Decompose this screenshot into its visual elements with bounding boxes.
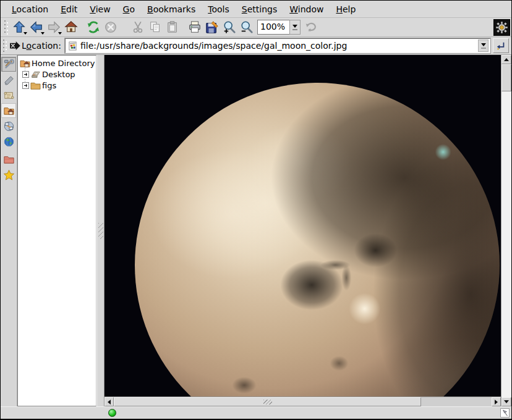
bookmark-ribbon-icon — [3, 74, 15, 86]
zoom-level-value[interactable]: 100% — [257, 20, 289, 35]
zoom-level-combo[interactable]: 100% — [257, 20, 301, 35]
folder-icon — [30, 81, 41, 90]
vertical-scroll-track[interactable] — [501, 91, 511, 397]
sidebar-bookmark-button[interactable] — [1, 72, 16, 87]
main-content: Home Directory Desktop figs — [1, 55, 511, 406]
configure-icon — [3, 59, 15, 70]
web-globe-icon — [3, 136, 15, 148]
paste-icon — [166, 20, 179, 34]
sidebar-home-button[interactable] — [1, 103, 16, 118]
arrow-up-icon — [504, 58, 509, 61]
home-button[interactable] — [62, 19, 80, 36]
expand-plus-icon[interactable] — [22, 71, 29, 78]
vertical-scroll-thumb[interactable] — [501, 64, 511, 91]
desktop-icon — [30, 70, 41, 79]
print-button[interactable] — [186, 19, 203, 36]
forward-button[interactable] — [45, 19, 62, 36]
save-as-button[interactable] — [203, 19, 221, 36]
back-dropdown-arrow[interactable] — [41, 32, 45, 35]
vertical-scrollbar[interactable] — [501, 55, 511, 406]
tree-item-desktop[interactable]: Desktop — [20, 69, 96, 80]
menu-bar: Location Edit View Go Bookmarks Tools Se… — [1, 1, 511, 18]
tree-item-figs[interactable]: figs — [20, 80, 96, 91]
rotate-button[interactable] — [302, 19, 320, 36]
status-led-indicator — [108, 409, 116, 417]
history-scroll-icon — [3, 90, 15, 101]
print-icon — [188, 20, 202, 34]
horizontal-scrollbar[interactable] — [105, 397, 501, 406]
scroll-down-button[interactable] — [501, 397, 511, 406]
folder-tree-panel: Home Directory Desktop figs — [17, 55, 96, 406]
tree-item-home-directory[interactable]: Home Directory — [20, 57, 96, 69]
zoom-level-dropdown[interactable] — [289, 20, 301, 35]
toolbar-grip[interactable] — [4, 20, 9, 35]
arrow-right-icon — [495, 400, 498, 405]
image-viewport — [105, 55, 501, 397]
image-view-column — [105, 55, 501, 406]
konqueror-throbber[interactable] — [493, 19, 510, 36]
horizontal-scroll-track[interactable] — [421, 397, 492, 406]
location-label: Location: — [22, 41, 61, 51]
view-indicator-button[interactable] — [500, 408, 510, 418]
menu-settings[interactable]: Settings — [236, 2, 283, 17]
sidebar-history-button[interactable] — [1, 88, 16, 103]
menu-tools[interactable]: Tools — [202, 2, 236, 17]
splitter-grip-icon — [98, 223, 103, 239]
home-icon — [64, 20, 78, 34]
clear-location-icon[interactable] — [9, 41, 20, 50]
konqueror-gear-icon — [495, 21, 508, 34]
menu-help[interactable]: Help — [330, 2, 362, 17]
copy-icon — [148, 20, 162, 34]
sidebar-button-strip — [1, 55, 17, 406]
sidebar-root-folder-button[interactable] — [1, 152, 16, 167]
zoom-in-button[interactable] — [221, 19, 238, 36]
sidebar-network-button[interactable] — [1, 119, 16, 133]
rotate-icon — [304, 20, 318, 34]
zoom-in-icon — [223, 20, 236, 34]
url-combo[interactable] — [65, 38, 490, 53]
zoom-out-button[interactable] — [238, 19, 255, 36]
menu-window[interactable]: Window — [283, 2, 330, 17]
panel-splitter[interactable] — [96, 55, 105, 406]
url-input[interactable] — [80, 40, 475, 52]
back-button[interactable] — [28, 19, 45, 36]
horizontal-scroll-thumb[interactable] — [114, 397, 421, 406]
cut-button[interactable] — [129, 19, 147, 36]
reload-button[interactable] — [85, 19, 102, 36]
chevron-down-icon — [481, 43, 486, 46]
root-folder-icon — [3, 154, 15, 166]
up-dropdown-arrow[interactable] — [23, 32, 27, 35]
menu-view[interactable]: View — [83, 2, 116, 17]
sidebar-web-button[interactable] — [1, 134, 16, 149]
menu-edit[interactable]: Edit — [54, 2, 83, 17]
save-as-icon — [205, 20, 219, 34]
sidebar-bookmarks-star-button[interactable] — [1, 167, 16, 182]
reload-icon — [87, 20, 100, 34]
folder-home-icon — [20, 59, 30, 68]
paste-button[interactable] — [164, 19, 181, 36]
sidebar-configure-button[interactable] — [1, 57, 16, 72]
copy-button[interactable] — [147, 19, 164, 36]
expand-plus-icon[interactable] — [22, 82, 29, 89]
arrow-left-icon — [108, 400, 111, 405]
network-icon — [3, 120, 15, 132]
stop-button[interactable] — [102, 19, 119, 36]
location-toolbar-grip[interactable] — [2, 39, 7, 52]
menu-go[interactable]: Go — [117, 2, 141, 17]
up-button[interactable] — [11, 19, 28, 36]
forward-dropdown-arrow[interactable] — [58, 32, 62, 35]
scroll-up-button[interactable] — [501, 55, 511, 64]
menu-bookmarks[interactable]: Bookmarks — [141, 2, 202, 17]
stop-icon — [104, 20, 117, 34]
scroll-right-button[interactable] — [492, 397, 501, 406]
go-button[interactable] — [493, 38, 509, 53]
arrow-down-icon — [504, 400, 509, 403]
scroll-left-button[interactable] — [105, 397, 114, 406]
url-dropdown[interactable] — [478, 40, 489, 52]
star-icon — [3, 169, 15, 181]
menu-location[interactable]: Location — [6, 2, 54, 17]
cut-icon — [131, 20, 145, 34]
location-toolbar: Location: — [1, 37, 511, 55]
chevron-down-icon — [292, 25, 297, 28]
main-toolbar: 100% — [1, 18, 511, 37]
